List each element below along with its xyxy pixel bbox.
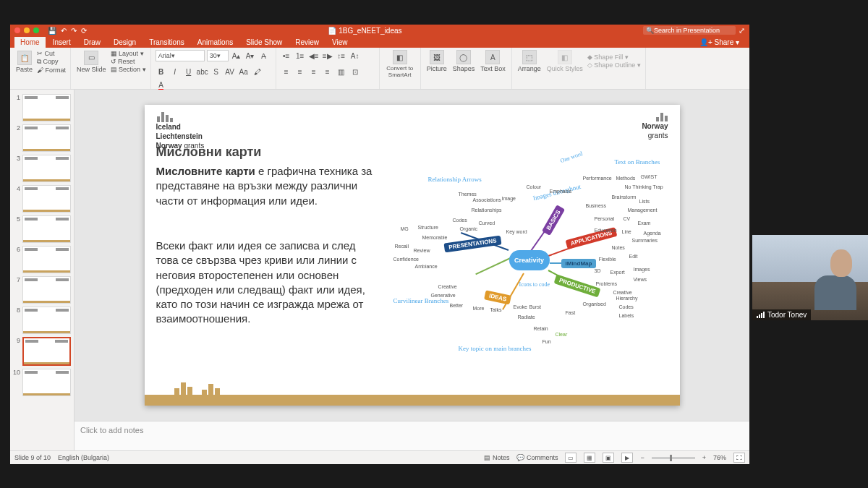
picture-button[interactable]: 🖼Picture bbox=[425, 50, 448, 72]
layout-button[interactable]: ▦ Layout ▾ bbox=[111, 50, 146, 57]
textbox-button[interactable]: AText Box bbox=[479, 50, 507, 72]
tab-transitions[interactable]: Transitions bbox=[143, 37, 190, 48]
numbering-button[interactable]: 1≡ bbox=[294, 50, 306, 61]
undo-icon[interactable]: ↶ bbox=[61, 27, 67, 35]
smartart-button[interactable]: ◧Convert to SmartArt bbox=[384, 50, 416, 78]
bold-button[interactable]: B bbox=[156, 66, 167, 77]
tab-slideshow[interactable]: Slide Show bbox=[240, 37, 288, 48]
zoom-in-button[interactable]: + bbox=[702, 454, 706, 461]
indent-left-button[interactable]: ◀≡ bbox=[308, 50, 320, 61]
notes-pane[interactable]: Click to add notes bbox=[75, 421, 749, 450]
slide-thumb-3[interactable]: 3 bbox=[10, 153, 74, 184]
copy-button[interactable]: ⧉ Copy bbox=[37, 58, 66, 66]
align-text-button[interactable]: ⊡ bbox=[349, 66, 361, 77]
quick-styles-button[interactable]: ◧Quick Styles bbox=[545, 50, 584, 72]
slide-canvas[interactable]: Iceland Liechtenstein Norway grants Norw… bbox=[75, 90, 749, 421]
minimize-icon[interactable] bbox=[24, 27, 30, 33]
decrease-font-button[interactable]: A▾ bbox=[244, 50, 256, 61]
shape-outline-button[interactable]: ◇ Shape Outline ▾ bbox=[587, 61, 641, 69]
document-title: 📄 1BG_eNEET_ideas bbox=[87, 27, 643, 35]
section-button[interactable]: ▤ Section ▾ bbox=[111, 66, 146, 73]
slide-thumb-7[interactable]: 7 bbox=[10, 275, 74, 305]
ribbon-tabs: Home Insert Draw Design Transitions Anim… bbox=[10, 36, 749, 48]
spacing-button[interactable]: AV bbox=[224, 66, 236, 77]
comments-toggle[interactable]: 💬 Comments bbox=[516, 454, 558, 461]
paste-button[interactable]: 📋Paste bbox=[14, 51, 34, 73]
indent-right-button[interactable]: ≡▶ bbox=[322, 50, 333, 61]
slide-thumb-5[interactable]: 5 bbox=[10, 214, 74, 244]
zoom-slider[interactable] bbox=[652, 457, 695, 459]
ribbon-toggle-icon[interactable]: ⤢ bbox=[739, 26, 745, 35]
shape-fill-button[interactable]: ◆ Shape Fill ▾ bbox=[587, 53, 641, 61]
reading-view-button[interactable]: ▣ bbox=[603, 453, 614, 463]
redo-icon[interactable]: ↷ bbox=[71, 27, 77, 35]
tab-design[interactable]: Design bbox=[108, 37, 142, 48]
webcam-name-label: Todor Tonev bbox=[752, 309, 811, 320]
sorter-view-button[interactable]: ▦ bbox=[584, 453, 595, 463]
quick-access-toolbar: 💾 ↶ ↷ ⟳ bbox=[48, 27, 87, 35]
text-direction-button[interactable]: A↕ bbox=[349, 50, 361, 61]
slide-panel[interactable]: 12345678910 bbox=[10, 90, 75, 450]
zoom-out-button[interactable]: − bbox=[640, 454, 644, 461]
reset-button[interactable]: ↺ Reset bbox=[111, 58, 146, 65]
slide-thumb-2[interactable]: 2 bbox=[10, 123, 74, 153]
slide-thumb-10[interactable]: 10 bbox=[10, 367, 74, 398]
autosave-icon[interactable]: ⟳ bbox=[81, 27, 87, 35]
tab-view[interactable]: View bbox=[326, 37, 354, 48]
language-indicator[interactable]: English (Bulgaria) bbox=[58, 454, 109, 461]
shapes-button[interactable]: ◯Shapes bbox=[451, 50, 477, 72]
slide-footer-bar bbox=[145, 395, 680, 406]
share-button[interactable]: 👤+ Share ▾ bbox=[694, 37, 745, 48]
maximize-icon[interactable] bbox=[33, 27, 39, 33]
tab-review[interactable]: Review bbox=[289, 37, 325, 48]
powerpoint-window: 💾 ↶ ↷ ⟳ 📄 1BG_eNEET_ideas 🔍 Search in Pr… bbox=[10, 25, 749, 464]
bullets-button[interactable]: •≡ bbox=[281, 50, 292, 61]
case-button[interactable]: Aa bbox=[238, 66, 250, 77]
italic-button[interactable]: I bbox=[169, 66, 181, 77]
slide-thumb-9[interactable]: 9 bbox=[10, 335, 74, 367]
line-spacing-button[interactable]: ↕≡ bbox=[336, 50, 347, 61]
strike-button[interactable]: abc bbox=[197, 66, 208, 77]
close-icon[interactable] bbox=[14, 27, 20, 33]
footer-decoration bbox=[174, 382, 221, 395]
tab-insert[interactable]: Insert bbox=[47, 37, 77, 48]
new-slide-button[interactable]: ▭New Slide bbox=[75, 51, 108, 73]
mm-note-relationship: Relationship Arrows bbox=[428, 176, 482, 183]
mindmap-image: Creativity PRESENTATIONS BASICS APPLICAT… bbox=[393, 154, 668, 371]
slide-thumb-6[interactable]: 6 bbox=[10, 244, 74, 275]
underline-button[interactable]: U bbox=[183, 66, 195, 77]
tab-animations[interactable]: Animations bbox=[192, 37, 239, 48]
align-left-button[interactable]: ≡ bbox=[281, 66, 292, 77]
mm-basics: BASICS bbox=[541, 205, 564, 236]
slide-thumb-4[interactable]: 4 bbox=[10, 184, 74, 214]
fit-view-button[interactable]: ⛶ bbox=[733, 453, 745, 463]
font-size-select[interactable]: 30 ▾ bbox=[207, 50, 229, 61]
clear-format-button[interactable]: A̶ bbox=[258, 50, 270, 61]
columns-button[interactable]: ▥ bbox=[336, 66, 347, 77]
font-family-select[interactable]: Arial ▾ bbox=[156, 50, 205, 61]
norway-grants-logo: Norway grants bbox=[642, 112, 668, 140]
format-painter-button[interactable]: 🖌 Format bbox=[37, 67, 66, 74]
cut-button[interactable]: ✂ Cut bbox=[37, 50, 66, 57]
slide-9: Iceland Liechtenstein Norway grants Norw… bbox=[145, 105, 680, 406]
increase-font-button[interactable]: A▴ bbox=[231, 50, 242, 61]
align-center-button[interactable]: ≡ bbox=[294, 66, 306, 77]
notes-toggle[interactable]: ▤ Notes bbox=[484, 454, 509, 461]
mm-ideas: IDEAS bbox=[484, 290, 511, 304]
save-icon[interactable]: 💾 bbox=[48, 27, 56, 35]
align-right-button[interactable]: ≡ bbox=[308, 66, 320, 77]
justify-button[interactable]: ≡ bbox=[322, 66, 333, 77]
window-controls bbox=[14, 27, 39, 33]
zoom-level[interactable]: 76% bbox=[713, 454, 726, 461]
search-input[interactable]: 🔍 Search in Presentation bbox=[643, 26, 736, 35]
webcam-overlay: Todor Tonev bbox=[752, 235, 868, 320]
tab-draw[interactable]: Draw bbox=[78, 37, 106, 48]
normal-view-button[interactable]: ▭ bbox=[565, 453, 576, 463]
arrange-button[interactable]: ⬚Arrange bbox=[516, 50, 542, 72]
slide-thumb-1[interactable]: 1 bbox=[10, 93, 74, 123]
slideshow-view-button[interactable]: ▶ bbox=[621, 453, 633, 463]
slide-thumb-8[interactable]: 8 bbox=[10, 305, 74, 335]
shadow-button[interactable]: S bbox=[210, 66, 222, 77]
highlight-button[interactable]: 🖍 bbox=[252, 66, 263, 77]
tab-home[interactable]: Home bbox=[14, 37, 46, 48]
